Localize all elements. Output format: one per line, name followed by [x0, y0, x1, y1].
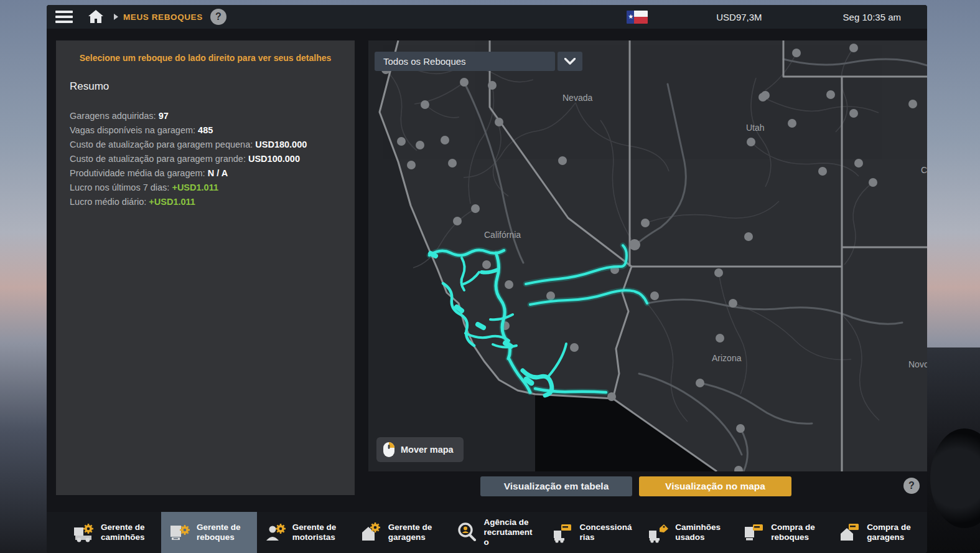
trailer-details-panel: Selecione um reboque do lado direito par… [56, 40, 355, 495]
nav-used-trucks[interactable]: Caminhões usados [640, 512, 735, 553]
nav-label: Gerente de garagens [388, 522, 441, 542]
mouse-icon [383, 442, 395, 458]
help-icon-bottom[interactable]: ? [903, 478, 920, 494]
help-icon[interactable]: ? [210, 9, 226, 25]
stat-upgrade-small: Custo de atualização para garagem pequen… [70, 138, 341, 152]
top-bar-right: ★ USD97,3M Seg 10:35 am [627, 11, 918, 24]
used-trucks-icon [647, 522, 670, 543]
nav-dealerships[interactable]: Concessionárias [544, 512, 640, 553]
nav-label: Compra de reboques [771, 522, 824, 542]
nav-label: Caminhões usados [675, 522, 728, 542]
money-balance: USD97,3M [716, 12, 762, 22]
garage-purchase-icon [839, 522, 861, 543]
trailer-manager-window: MEUS REBOQUES ? ★ USD97,3M Seg 10:35 am … [47, 5, 927, 553]
nav-label: Gerente de caminhões [101, 522, 154, 542]
truck-gear-icon [73, 522, 95, 543]
nav-label: Gerente de motoristas [292, 522, 345, 542]
map-label-new-mexico-partial: Novo [908, 359, 927, 369]
trailer-filter-selected: Todos os Reboques [383, 56, 466, 67]
menu-icon[interactable] [55, 11, 73, 23]
summary-stats: Garagens adquiridas: 97 Vagas disponívei… [70, 109, 341, 209]
stat-garage-slots: Vagas disponíveis na garagem: 485 [70, 123, 341, 138]
move-map-label: Mover mapa [401, 445, 454, 455]
nav-truck-manager[interactable]: Gerente de caminhões [65, 512, 161, 553]
game-clock: Seg 10:35 am [843, 12, 901, 22]
nav-trailer-manager[interactable]: Gerente de reboques [161, 512, 257, 553]
map-label-utah: Utah [746, 123, 765, 133]
map-view-button[interactable]: Visualização no mapa [639, 476, 791, 496]
garage-gear-icon [360, 522, 383, 543]
recruitment-agency-icon [456, 522, 478, 543]
breadcrumb: MEUS REBOQUES [123, 12, 203, 22]
stat-profit-7days: Lucro nos últimos 7 dias: +USD1.011 [70, 181, 341, 195]
trailer-gear-icon [169, 522, 191, 543]
move-map-button[interactable]: Mover mapa [376, 437, 464, 462]
trailer-purchase-icon [743, 522, 765, 543]
nav-recruitment-agency[interactable]: Agência de recrutamento [449, 512, 544, 553]
chevron-down-icon[interactable] [558, 52, 582, 71]
map-label-nevada: Nevada [562, 93, 592, 103]
nav-label: Agência de recrutamento [484, 518, 537, 547]
texas-flag-icon: ★ [627, 11, 648, 24]
nav-label: Concessionárias [579, 522, 632, 542]
nav-driver-manager[interactable]: Gerente de motoristas [257, 512, 353, 553]
breadcrumb-arrow-icon [114, 14, 118, 20]
stat-upgrade-large: Custo de atualização para garagem grande… [70, 152, 341, 166]
nav-garage-purchase[interactable]: Compra de garagens [831, 512, 927, 553]
nav-garage-manager[interactable]: Gerente de garagens [353, 512, 449, 553]
map-label-california: Califórnia [484, 230, 521, 240]
home-icon[interactable] [86, 9, 105, 25]
summary-title: Resumo [70, 80, 341, 93]
map-svg: Nevada Utah Califórnia Arizona C Novo [368, 40, 927, 471]
background-truck-silhouette [925, 347, 980, 553]
nav-label: Compra de garagens [867, 522, 920, 542]
nav-trailer-purchase[interactable]: Compra de reboques [735, 512, 831, 553]
selection-hint: Selecione um reboque do lado direito par… [70, 53, 341, 63]
stat-avg-productivity: Produtividade média da garagem: N / A [70, 166, 341, 181]
stat-garages-owned: Garagens adquiridas: 97 [70, 109, 341, 123]
driver-gear-icon [264, 522, 287, 543]
map-label-arizona: Arizona [712, 353, 742, 363]
dealership-icon [551, 522, 574, 543]
table-view-button[interactable]: Visualização em tabela [480, 476, 632, 496]
trailer-filter-dropdown[interactable]: Todos os Reboques [375, 52, 555, 71]
nav-label: Gerente de reboques [197, 522, 250, 542]
map-view[interactable]: Nevada Utah Califórnia Arizona C Novo To… [368, 40, 927, 471]
stat-avg-daily-profit: Lucro médio diário: +USD1.011 [70, 195, 341, 209]
bottom-navigation: Gerente de caminhões Gerente de reboques… [47, 512, 927, 553]
top-bar: MEUS REBOQUES ? ★ USD97,3M Seg 10:35 am [47, 5, 927, 29]
map-label-colorado-partial: C [921, 165, 927, 175]
